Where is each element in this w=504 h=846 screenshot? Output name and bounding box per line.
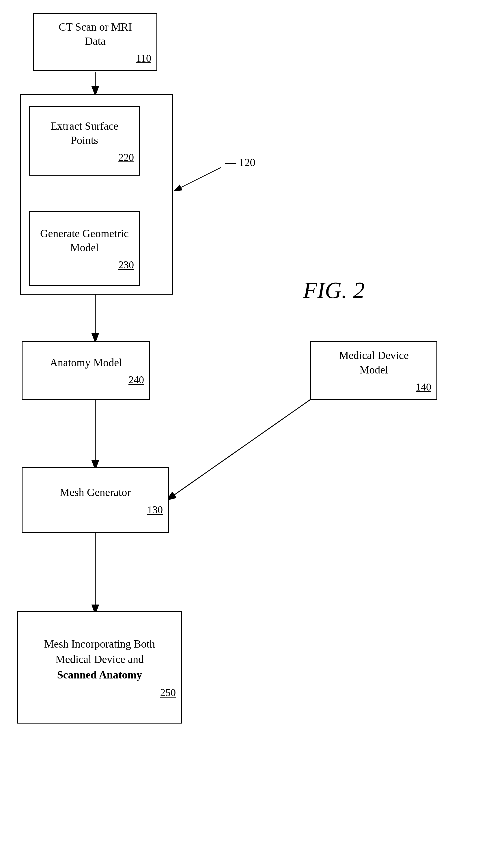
generate-model-box: Generate Geometric Model 230: [29, 211, 140, 286]
ct-scan-box: CT Scan or MRI Data 110: [33, 13, 157, 71]
generate-model-label: Generate Geometric Model: [34, 224, 134, 258]
svg-line-5: [167, 399, 312, 500]
diagram: CT Scan or MRI Data 110 Extract Surface …: [0, 0, 504, 846]
extract-surface-box: Extract Surface Points 220: [29, 106, 140, 176]
extract-surface-label: Extract Surface Points: [45, 116, 124, 151]
fig-label: FIG. 2: [303, 277, 364, 303]
mesh-output-label: Mesh Incorporating BothMedical Device an…: [38, 633, 161, 685]
medical-device-number: 140: [416, 381, 436, 395]
anatomy-model-label: Anatomy Model: [44, 353, 128, 373]
ct-scan-label: CT Scan or MRI Data: [53, 17, 138, 51]
ct-scan-number: 110: [136, 52, 157, 67]
medical-device-label: Medical Device Model: [333, 346, 415, 380]
mesh-output-bold-label: Scanned Anatomy: [57, 669, 142, 681]
extract-surface-number: 220: [118, 151, 139, 166]
mesh-output-box: Mesh Incorporating BothMedical Device an…: [17, 611, 182, 724]
anatomy-model-number: 240: [128, 374, 149, 388]
mesh-generator-number: 130: [147, 504, 168, 518]
mesh-generator-box: Mesh Generator 130: [22, 467, 169, 533]
anatomy-model-box: Anatomy Model 240: [22, 341, 150, 400]
mesh-output-number: 250: [160, 687, 181, 701]
mesh-generator-label: Mesh Generator: [54, 482, 137, 502]
generate-model-number: 230: [118, 259, 139, 273]
label-120: — 120: [225, 156, 255, 169]
medical-device-box: Medical Device Model 140: [310, 341, 437, 400]
svg-line-7: [175, 168, 221, 191]
